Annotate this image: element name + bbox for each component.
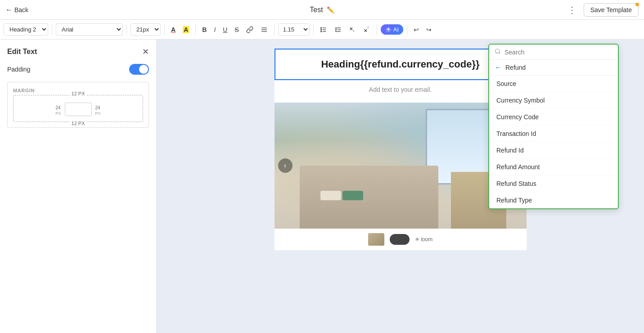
separator-3: [164, 24, 165, 35]
font-size-select[interactable]: 21px 14px 16px 18px 24px: [131, 23, 161, 36]
topbar-right: ⋮ Save Template: [564, 3, 639, 17]
body-content: Add text to your email.: [369, 86, 432, 93]
variable-dropdown: ← Refund SourceCurrency SymbolCurrency C…: [488, 44, 619, 209]
link-icon: [246, 26, 253, 33]
left-panel: Edit Text ✕ Padding MARGIN 12 PX 24 PX 2…: [0, 40, 157, 333]
separator-6: [313, 24, 314, 35]
dropdown-search-bar: [489, 45, 618, 60]
svg-point-8: [320, 31, 321, 32]
svg-point-15: [495, 49, 500, 53]
align-button[interactable]: [258, 24, 270, 35]
separator-1: [52, 24, 52, 35]
separator-2: [126, 24, 127, 35]
font-select[interactable]: Arial Times New Roman: [56, 23, 123, 36]
save-template-button[interactable]: Save Template: [584, 3, 639, 17]
strikethrough-icon: S: [234, 26, 239, 33]
padding-right-unit: PX: [95, 111, 101, 116]
italic-button[interactable]: I: [211, 24, 218, 35]
dropdown-back-nav[interactable]: ← Refund: [489, 60, 618, 76]
dropdown-items-list: SourceCurrency SymbolCurrency CodeTransa…: [489, 76, 618, 208]
dropdown-item[interactable]: Currency Symbol: [489, 92, 618, 109]
bed-element: [300, 166, 438, 229]
indent-button[interactable]: [332, 24, 344, 35]
svg-text:2: 2: [367, 26, 369, 29]
dropdown-item[interactable]: Source: [489, 76, 618, 92]
link-button[interactable]: [243, 24, 256, 35]
indent-icon: [334, 26, 342, 33]
back-button[interactable]: ← Back: [5, 6, 28, 14]
thumbnail-image[interactable]: [368, 233, 384, 246]
padding-top-value: 12 PX: [70, 91, 87, 96]
separator-8: [407, 24, 407, 35]
ai-label: AI: [393, 26, 399, 33]
close-panel-button[interactable]: ✕: [142, 47, 149, 57]
padding-center-box: [65, 103, 92, 116]
dropdown-item[interactable]: Currency Code: [489, 109, 618, 126]
separator-4: [195, 24, 196, 35]
panel-header: Edit Text ✕: [7, 47, 149, 57]
padding-left-unit: PX: [55, 111, 61, 116]
page-title: Test: [310, 6, 323, 14]
superscript-button[interactable]: 2: [360, 24, 373, 35]
padding-right-container: 24 PX: [95, 103, 101, 116]
panel-title: Edit Text: [7, 48, 37, 56]
underline-icon: U: [223, 26, 227, 33]
padding-right-value: 24: [95, 105, 100, 110]
redo-button[interactable]: ↪: [423, 24, 434, 35]
image-footer: ✳ loom: [275, 229, 527, 250]
image-prev-button[interactable]: ‹: [278, 158, 293, 173]
text-color-button[interactable]: A: [168, 24, 178, 35]
svg-line-16: [499, 53, 500, 54]
heading-content: Heading{{refund.currency_code}}: [321, 58, 479, 70]
padding-left-value: 24: [55, 105, 60, 110]
subscript-icon: 2: [349, 26, 356, 33]
padding-side-row: 24 PX 24 PX: [55, 103, 100, 116]
dropdown-item[interactable]: Transaction Id: [489, 126, 618, 142]
underline-button[interactable]: U: [220, 24, 230, 35]
back-nav-arrow-icon: ←: [495, 63, 502, 72]
line-height-select[interactable]: 1.15 1.0 1.5 2.0: [278, 23, 310, 36]
undo-button[interactable]: ↩: [411, 24, 422, 35]
heading-select[interactable]: Heading 2 Heading 1 Paragraph: [4, 23, 48, 36]
superscript-icon: 2: [363, 26, 370, 33]
dropdown-item[interactable]: Refund Amount: [489, 159, 618, 176]
padding-bottom-value: 12 PX: [70, 121, 87, 126]
search-icon: [495, 48, 501, 56]
margin-box: MARGIN 12 PX 24 PX 24 PX 12 PX: [7, 82, 149, 128]
separator-7: [377, 24, 377, 35]
topbar-center: Test ✏️: [310, 6, 334, 14]
bold-button[interactable]: B: [199, 24, 209, 35]
svg-point-7: [320, 29, 321, 30]
highlight-color-button[interactable]: A: [180, 24, 192, 35]
more-options-button[interactable]: ⋮: [564, 3, 580, 17]
strikethrough-button[interactable]: S: [232, 24, 241, 35]
subscript-button[interactable]: 2: [346, 24, 359, 35]
dropdown-item[interactable]: Refund Status: [489, 176, 618, 192]
svg-point-6: [320, 27, 321, 28]
search-input[interactable]: [504, 49, 612, 56]
bold-icon: B: [202, 26, 207, 33]
list-button[interactable]: [317, 24, 330, 35]
separator-5: [274, 24, 275, 35]
dropdown-item[interactable]: Refund Id: [489, 142, 618, 159]
edit-title-icon[interactable]: ✏️: [327, 6, 334, 14]
padding-toggle-row: Padding: [7, 64, 149, 75]
padding-toggle[interactable]: [129, 64, 149, 75]
align-icon: [261, 26, 268, 33]
dropdown-item[interactable]: Refund Type: [489, 192, 618, 208]
thumbnail-oval[interactable]: [390, 234, 410, 245]
padding-label: Padding: [7, 66, 30, 73]
padding-left-container: 24 PX: [55, 103, 61, 116]
topbar: ← Back Test ✏️ ⋮ Save Template: [0, 0, 644, 20]
ai-button[interactable]: AI: [381, 24, 403, 35]
loom-logo: ✳ loom: [415, 236, 432, 243]
ai-sparkle-icon: [385, 27, 392, 33]
italic-icon: I: [214, 26, 216, 33]
back-nav-label: Refund: [505, 64, 526, 71]
topbar-left: ← Back: [5, 6, 28, 14]
formatting-toolbar: Heading 2 Heading 1 Paragraph Arial Time…: [0, 20, 644, 40]
padding-box: 12 PX 24 PX 24 PX 12 PX: [13, 95, 143, 122]
back-arrow-icon: ←: [5, 6, 13, 14]
list-icon: [320, 26, 327, 33]
svg-text:2: 2: [353, 29, 354, 32]
